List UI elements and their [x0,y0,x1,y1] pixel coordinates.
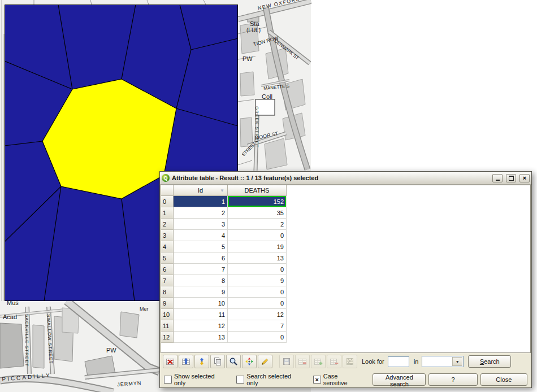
copy-selected-rows-icon [213,357,222,366]
close-window-button[interactable]: × [519,174,530,182]
cell-deaths[interactable]: 35 [228,207,287,219]
help-button[interactable]: ? [428,373,477,386]
sort-indicator-icon: ▼ [220,188,224,193]
column-header-deaths[interactable]: DEATHS [228,185,287,196]
cell-deaths[interactable]: 0 [228,332,287,343]
cell-id[interactable]: 11 [174,309,228,320]
open-field-calculator-button[interactable] [343,355,357,368]
cell-deaths[interactable]: 13 [228,252,287,264]
column-header-id-label: Id [198,187,203,194]
table-row[interactable]: 4519 [161,241,530,252]
row-header[interactable]: 12 [161,332,174,343]
table-row[interactable]: 11127 [161,320,530,332]
dialog-footer: Show selected only Search selected only … [160,370,531,389]
case-sensitive-label[interactable]: Case sensitive [323,373,363,386]
table-row[interactable]: 01152 [161,196,530,207]
cell-deaths[interactable]: 0 [228,230,287,241]
row-header[interactable]: 9 [161,298,174,309]
row-header[interactable]: 4 [161,241,174,252]
move-selection-to-top-button[interactable] [179,355,193,368]
cell-id[interactable]: 4 [174,230,228,241]
coll-building [255,99,275,115]
cell-deaths[interactable]: 12 [228,309,287,320]
field-combo[interactable]: ▼ [422,356,464,367]
row-header[interactable]: 3 [161,230,174,241]
row-header[interactable]: 5 [161,252,174,264]
table-row[interactable]: 5613 [161,252,530,264]
cell-id[interactable]: 9 [174,286,228,298]
table-row[interactable]: 670 [161,264,530,275]
invert-selection-button[interactable] [194,355,209,368]
pan-to-selected-button[interactable] [242,355,257,368]
row-header[interactable]: 6 [161,264,174,275]
table-row[interactable]: 101112 [161,309,530,320]
table-row[interactable]: 890 [161,286,530,298]
table-row[interactable]: 232 [161,219,530,230]
close-button[interactable]: Close [480,373,527,386]
cell-id[interactable]: 8 [174,275,228,286]
search-selected-only-label[interactable]: Search selected only [246,373,302,386]
zoom-to-selected-icon [229,357,238,366]
corner-header-cell[interactable] [161,185,174,196]
cell-deaths[interactable]: 0 [228,298,287,309]
cell-id[interactable]: 12 [174,320,228,332]
delete-column-button[interactable] [327,355,341,368]
cell-id[interactable]: 10 [174,298,228,309]
cell-deaths[interactable]: 9 [228,275,287,286]
minimize-button[interactable] [492,174,503,182]
cell-deaths[interactable]: 0 [228,264,287,275]
case-sensitive-checkbox[interactable]: × [313,376,321,384]
cell-id[interactable]: 1 [174,196,228,207]
open-field-calculator-icon [345,357,354,366]
row-header[interactable]: 2 [161,219,174,230]
save-edits-icon [282,357,291,366]
zoom-to-selected-button[interactable] [226,355,241,368]
cell-deaths[interactable]: 0 [228,286,287,298]
title-bar[interactable]: Q Attribute table - Result :: 1 / 13 fea… [160,172,531,185]
table-row[interactable]: 12130 [161,332,530,343]
cell-id[interactable]: 6 [174,252,228,264]
column-header-id[interactable]: Id ▼ [174,185,228,196]
cell-id[interactable]: 5 [174,241,228,252]
unselect-all-icon [166,357,175,366]
search-button[interactable]: Search [468,355,511,368]
table-row[interactable]: 789 [161,275,530,286]
row-header[interactable]: 8 [161,286,174,298]
look-for-input[interactable] [388,356,409,367]
cell-deaths[interactable]: 152 [228,196,287,207]
new-column-icon [314,357,323,366]
copy-selected-rows-button[interactable] [210,355,225,368]
attribute-table[interactable]: Id ▼ DEATHS 0115212352323404519561367078… [161,185,531,353]
table-row[interactable]: 1235 [161,207,530,219]
row-header[interactable]: 10 [161,309,174,320]
invert-selection-icon [197,357,206,366]
cell-id[interactable]: 2 [174,207,228,219]
delete-selected-features-button[interactable] [295,355,310,368]
new-column-button[interactable] [311,355,326,368]
row-header[interactable]: 11 [161,320,174,332]
unselect-all-button[interactable] [163,355,177,368]
cell-deaths[interactable]: 7 [228,320,287,332]
maximize-button[interactable] [506,174,516,182]
checkmark-icon: × [315,377,318,383]
cell-id[interactable]: 7 [174,264,228,275]
show-selected-only-checkbox[interactable] [164,376,172,384]
table-row[interactable]: 9100 [161,298,530,309]
cell-id[interactable]: 13 [174,332,228,343]
row-header[interactable]: 1 [161,207,174,219]
cell-deaths[interactable]: 19 [228,241,287,252]
attribute-toolbar: Look for in ▼ Search [160,353,531,370]
advanced-search-button[interactable]: Advanced search [373,373,426,386]
cell-id[interactable]: 3 [174,219,228,230]
save-edits-button[interactable] [279,355,294,368]
chevron-down-icon[interactable]: ▼ [452,357,462,366]
delete-selected-features-icon [298,357,307,366]
show-selected-only-label[interactable]: Show selected only [174,373,226,386]
toggle-editing-button[interactable] [258,355,272,368]
search-selected-only-checkbox[interactable] [236,376,244,384]
row-header[interactable]: 0 [161,196,174,207]
cell-deaths[interactable]: 2 [228,219,287,230]
row-header[interactable]: 7 [161,275,174,286]
table-row[interactable]: 340 [161,230,530,241]
column-header-deaths-label: DEATHS [245,187,270,194]
